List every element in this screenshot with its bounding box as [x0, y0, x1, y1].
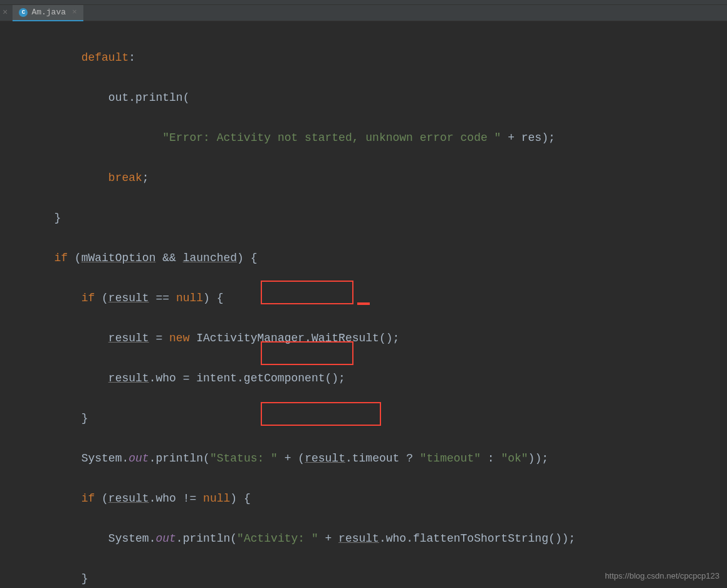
- keyword-if: if: [54, 252, 68, 264]
- code-editor[interactable]: default: out.println( "Error: Activity n…: [0, 21, 727, 588]
- type: System.: [81, 452, 129, 465]
- tab-filename: Am.java: [31, 5, 66, 19]
- keyword-new: new: [169, 332, 189, 344]
- file-tab[interactable]: C Am.java ×: [13, 5, 83, 21]
- field: launched: [183, 252, 237, 264]
- code: +: [318, 532, 338, 545]
- window-title-bar: [0, 0, 727, 5]
- string-literal: "Status: ": [210, 452, 278, 465]
- brace: }: [81, 572, 88, 585]
- field: mWaitOption: [81, 252, 156, 264]
- var: result: [108, 492, 149, 505]
- var: result: [338, 532, 379, 545]
- code: + res);: [501, 132, 555, 144]
- code: .timeout ?: [345, 452, 420, 465]
- type: System.: [108, 532, 156, 545]
- field-out: out: [155, 532, 175, 545]
- keyword-null: null: [203, 492, 230, 505]
- code: .who !=: [149, 492, 203, 505]
- brace: }: [54, 212, 61, 224]
- method-call: .println(: [176, 532, 237, 545]
- code: :: [481, 452, 501, 465]
- watermark: https://blog.csdn.net/cpcpcp123: [605, 569, 719, 583]
- code: ));: [528, 452, 548, 465]
- method-call: .println(: [128, 91, 189, 104]
- keyword-break: break: [108, 172, 142, 184]
- keyword-if: if: [81, 492, 95, 505]
- code: + (: [278, 452, 305, 465]
- ident: out: [108, 91, 128, 104]
- string-literal: "Error: Activity not started, unknown er…: [162, 132, 501, 144]
- field-out: out: [128, 452, 149, 465]
- type: IActivityManager.WaitResult();: [196, 332, 399, 344]
- keyword-default: default: [81, 51, 129, 64]
- close-icon[interactable]: ×: [3, 5, 8, 21]
- string-literal: "timeout": [420, 452, 481, 465]
- method-call: .println(: [149, 452, 210, 465]
- keyword-if: if: [81, 292, 95, 304]
- brace: }: [81, 412, 88, 425]
- code: ;: [142, 172, 149, 184]
- var: result: [108, 292, 149, 304]
- code: .who = intent.getComponent();: [149, 372, 345, 384]
- var: result: [305, 452, 345, 465]
- var: result: [108, 372, 149, 384]
- code: .who.flattenToShortString());: [379, 532, 575, 545]
- keyword-null: null: [176, 292, 203, 304]
- var: result: [108, 332, 149, 344]
- code: ) {: [230, 492, 250, 505]
- close-tab-icon[interactable]: ×: [72, 5, 77, 19]
- string-literal: "Activity: ": [237, 532, 318, 545]
- tab-bar: × C Am.java ×: [0, 5, 727, 21]
- java-class-icon: C: [19, 8, 28, 17]
- string-literal: "ok": [501, 452, 528, 465]
